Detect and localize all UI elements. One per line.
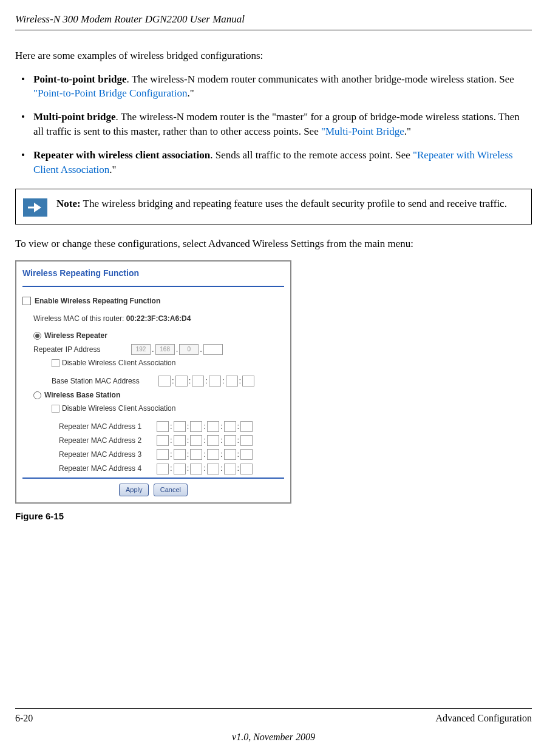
mac-input[interactable] — [174, 464, 186, 474]
settings-screenshot: Wireless Repeating Function Enable Wirel… — [15, 260, 291, 504]
list-item: Repeater with wireless client associatio… — [15, 148, 532, 177]
mac-input[interactable] — [226, 376, 238, 386]
mac-input[interactable] — [207, 449, 219, 460]
mac-input[interactable] — [209, 376, 221, 386]
link-text[interactable]: "Multi-Point Bridge — [321, 126, 404, 137]
enable-repeating-label: Enable Wireless Repeating Function — [35, 296, 160, 306]
colon-sep: : — [189, 376, 191, 386]
arrow-right-icon — [23, 198, 47, 217]
colon-sep: : — [220, 421, 223, 432]
bullet-list: Point-to-point bridge. The wireless-N mo… — [15, 72, 532, 177]
colon-sep: : — [239, 376, 242, 386]
ip-octet-3[interactable]: 0 — [179, 344, 199, 355]
mac-input[interactable] — [224, 464, 236, 474]
mac-input[interactable] — [157, 421, 169, 432]
bullet-tail: ." — [109, 164, 116, 175]
disable-client-row-2: Disable Wireless Client Association — [52, 403, 284, 414]
mac-input[interactable] — [174, 421, 186, 432]
colon-sep: : — [220, 449, 223, 460]
router-mac-value: 00:22:3F:C3:A6:D4 — [126, 314, 191, 323]
colon-sep: : — [170, 449, 172, 460]
note-box: Note: The wireless bridging and repeatin… — [15, 189, 532, 224]
panel-divider-bottom — [22, 478, 284, 479]
mac-input[interactable] — [158, 376, 171, 386]
bullet-tail: ." — [404, 126, 411, 137]
panel-divider — [22, 286, 284, 287]
mac-input[interactable] — [174, 435, 186, 446]
enable-repeating-row: Enable Wireless Repeating Function — [22, 296, 284, 306]
instruction-paragraph: To view or change these configurations, … — [15, 237, 532, 251]
colon-sep: : — [203, 449, 206, 460]
wireless-base-station-row: Wireless Base Station — [33, 390, 284, 400]
disable-client-checkbox-2[interactable] — [52, 405, 59, 413]
mac-input[interactable] — [190, 449, 202, 460]
colon-sep: : — [237, 421, 240, 432]
colon-sep: : — [170, 463, 172, 474]
base-mac-row: Base Station MAC Address : : : : : — [52, 376, 284, 386]
repeater-mac-row-4: Repeater MAC Address 4 : : : : : — [59, 463, 284, 474]
intro-paragraph: Here are some examples of wireless bridg… — [15, 49, 532, 63]
repeater-mac-row-2: Repeater MAC Address 2 : : : : : — [59, 435, 284, 446]
bullet-bold: Repeater with wireless client associatio… — [33, 149, 210, 161]
dot-sep: . — [200, 344, 202, 355]
dot-sep: . — [152, 344, 154, 355]
mac-input[interactable] — [157, 435, 169, 446]
figure-caption: Figure 6-15 — [15, 510, 532, 522]
apply-button[interactable]: Apply — [119, 484, 149, 496]
disable-client-row-1: Disable Wireless Client Association — [52, 358, 284, 368]
button-row: Apply Cancel — [22, 484, 284, 496]
router-mac-label: Wireless MAC of this router: — [33, 314, 126, 323]
mac-input[interactable] — [207, 464, 219, 474]
mac-input[interactable] — [240, 449, 253, 460]
page-number: 6-20 — [15, 712, 33, 725]
list-item: Multi-point bridge. The wireless-N modem… — [15, 110, 532, 139]
wireless-repeater-row: Wireless Repeater — [33, 331, 284, 341]
section-name: Advanced Configuration — [435, 712, 532, 725]
repeater-mac-row-3: Repeater MAC Address 3 : : : : : — [59, 449, 284, 460]
bullet-bold: Multi-point bridge — [33, 111, 116, 123]
mac-input[interactable] — [240, 435, 253, 446]
disable-client-checkbox-1[interactable] — [52, 359, 59, 367]
mac-input[interactable] — [224, 435, 236, 446]
dot-sep: . — [176, 344, 178, 355]
ip-octet-1[interactable]: 192 — [131, 344, 151, 355]
mac-input[interactable] — [240, 464, 253, 474]
mac-input[interactable] — [174, 449, 186, 460]
header-rule — [15, 30, 532, 30]
colon-sep: : — [205, 376, 208, 386]
colon-sep: : — [222, 376, 225, 386]
repeater-mac-label-1: Repeater MAC Address 1 — [59, 422, 156, 432]
enable-repeating-checkbox[interactable] — [22, 297, 31, 305]
colon-sep: : — [172, 376, 174, 386]
ip-octet-2[interactable]: 168 — [155, 344, 175, 355]
mac-input[interactable] — [190, 435, 202, 446]
mac-input[interactable] — [175, 376, 188, 386]
mac-input[interactable] — [207, 435, 219, 446]
wireless-repeater-label: Wireless Repeater — [44, 331, 107, 341]
repeater-ip-row: Repeater IP Address 192. 168. 0. — [33, 344, 284, 355]
colon-sep: : — [187, 463, 189, 474]
note-body: The wireless bridging and repeating feat… — [81, 198, 507, 209]
disable-client-label-1: Disable Wireless Client Association — [62, 358, 175, 368]
mac-input[interactable] — [242, 376, 254, 386]
colon-sep: : — [170, 421, 172, 432]
list-item: Point-to-point bridge. The wireless-N mo… — [15, 72, 532, 101]
mac-input[interactable] — [224, 421, 236, 432]
mac-input[interactable] — [207, 421, 219, 432]
mac-input[interactable] — [192, 376, 204, 386]
repeater-mac-row-1: Repeater MAC Address 1 : : : : : — [59, 421, 284, 432]
mac-input[interactable] — [190, 464, 202, 474]
mac-input[interactable] — [157, 464, 169, 474]
ip-octet-4[interactable] — [203, 344, 223, 355]
cancel-button[interactable]: Cancel — [154, 484, 188, 496]
wireless-repeater-radio[interactable] — [33, 332, 41, 340]
link-text[interactable]: "Point-to-Point Bridge Configuration — [33, 87, 187, 99]
mac-input[interactable] — [240, 421, 253, 432]
repeater-mac-label-4: Repeater MAC Address 4 — [59, 464, 156, 474]
mac-input[interactable] — [157, 449, 169, 460]
mac-input[interactable] — [190, 421, 202, 432]
mac-input[interactable] — [224, 449, 236, 460]
wireless-base-station-radio[interactable] — [33, 391, 41, 399]
colon-sep: : — [237, 463, 240, 474]
bullet-bold: Point-to-point bridge — [33, 73, 126, 85]
